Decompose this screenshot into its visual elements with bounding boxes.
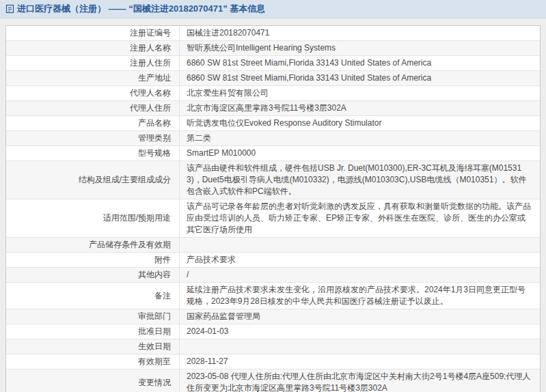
row-label: 适用范围/预期用途 — [6, 199, 180, 237]
row-label: 其他内容 — [6, 268, 180, 282]
table-row: 型号规格SmartEP M010000 — [6, 146, 540, 161]
row-label: 代理人名称 — [6, 86, 180, 100]
table-row: 注册人住所6860 SW 81st Street Miami,Florida 3… — [6, 56, 540, 71]
document-icon — [5, 4, 14, 14]
row-label: 备注 — [6, 283, 180, 309]
row-value: 国械注进20182070471 — [180, 26, 540, 40]
table-row: 审批部门国家药品监督管理局 — [6, 309, 540, 324]
row-label: 注册证编号 — [6, 26, 180, 40]
row-label: 附件 — [6, 253, 180, 267]
row-value: 6860 SW 81st Street Miami,Florida 33143 … — [180, 71, 540, 85]
row-label: 型号规格 — [6, 146, 180, 160]
page-title: 进口医疗器械（注册） —— “国械注进20182070471” 基本信息 — [17, 3, 265, 15]
row-label: 有效期至 — [6, 354, 180, 369]
row-value: 听觉诱发电位仪Evoked Response Auditory Stimulat… — [180, 116, 540, 130]
row-value — [180, 339, 540, 354]
row-value — [180, 238, 540, 252]
row-label: 代理人住所 — [6, 101, 180, 115]
table-row: 注册证编号国械注进20182070471 — [6, 26, 540, 41]
row-label: 变更情况 — [6, 369, 180, 392]
table-row: 有效期至2028-11-27 — [6, 354, 540, 369]
table-row: 适用范围/预期用途该产品可记录各年龄层的患者对听觉刺激的诱发反应，具有获取和测量… — [6, 199, 540, 238]
row-value: 2023-05-08 代理人住所由:代理人住所由北京市海淀区中关村南大街2号1号… — [180, 369, 540, 392]
row-label: 产品储存条件及有效期 — [6, 238, 180, 252]
table-row: 代理人名称北京爱生科贸有限公司 — [6, 86, 540, 101]
row-value: 智听系统公司Intelligent Hearing Systems — [180, 41, 540, 55]
row-value: 该产品由硬件和软件组成，硬件包括USB Jr. Duet(M010300),ER… — [180, 161, 540, 199]
row-value: / — [180, 268, 540, 282]
table-row: 生产地址6860 SW 81st Street Miami,Florida 33… — [6, 71, 540, 86]
row-label: 生效日期 — [6, 339, 180, 354]
table-row: 附件产品技术要求 — [6, 253, 540, 268]
row-label: 批准日期 — [6, 324, 180, 339]
row-value: 产品技术要求 — [180, 253, 540, 267]
row-value: 北京市海淀区高里掌路3号院11号楼3层302A — [180, 101, 540, 115]
row-label: 结构及组成/主要组成成分 — [6, 161, 180, 199]
row-value: 北京爱生科贸有限公司 — [180, 86, 540, 100]
info-table: 注册证编号国械注进20182070471注册人名称智听系统公司Intellige… — [5, 25, 541, 392]
page-header: 进口医疗器械（注册） —— “国械注进20182070471” 基本信息 — [0, 0, 546, 18]
row-value: 延续注册产品技术要求未发生变化，沿用原核发的产品技术要求。2024年1月3日同意… — [180, 283, 540, 309]
table-row: 其他内容/ — [6, 268, 540, 283]
row-value: 2024-01-03 — [180, 324, 540, 339]
table-row: 注册人名称智听系统公司Intelligent Hearing Systems — [6, 41, 540, 56]
row-label: 管理类别 — [6, 131, 180, 145]
row-value: 第二类 — [180, 131, 540, 145]
row-label: 产品名称 — [6, 116, 180, 130]
row-value: SmartEP M010000 — [180, 146, 540, 160]
table-row: 生效日期 — [6, 339, 540, 354]
row-label: 审批部门 — [6, 309, 180, 324]
table-row: 备注延续注册产品技术要求未发生变化，沿用原核发的产品技术要求。2024年1月3日… — [6, 283, 540, 309]
row-label: 注册人住所 — [6, 56, 180, 70]
table-row: 产品储存条件及有效期 — [6, 238, 540, 253]
table-row: 变更情况2023-05-08 代理人住所由:代理人住所由北京市海淀区中关村南大街… — [6, 369, 540, 392]
row-value: 6860 SW 81st Street Miami,Florida 33143 … — [180, 56, 540, 70]
table-row: 代理人住所北京市海淀区高里掌路3号院11号楼3层302A — [6, 101, 540, 116]
row-label: 生产地址 — [6, 71, 180, 85]
row-value: 该产品可记录各年龄层的患者对听觉刺激的诱发反应，具有获取和测量听觉数据的功能。该… — [180, 199, 540, 237]
page: { "header": { "title": "进口医疗器械（注册） —— “国… — [0, 0, 546, 392]
table-row: 批准日期2024-01-03 — [6, 324, 540, 339]
table-row: 结构及组成/主要组成成分该产品由硬件和软件组成，硬件包括USB Jr. Duet… — [6, 161, 540, 199]
row-value: 2028-11-27 — [180, 354, 540, 369]
row-value: 国家药品监督管理局 — [180, 309, 540, 324]
row-label: 注册人名称 — [6, 41, 180, 55]
table-row: 管理类别第二类 — [6, 131, 540, 146]
table-row: 产品名称听觉诱发电位仪Evoked Response Auditory Stim… — [6, 116, 540, 131]
